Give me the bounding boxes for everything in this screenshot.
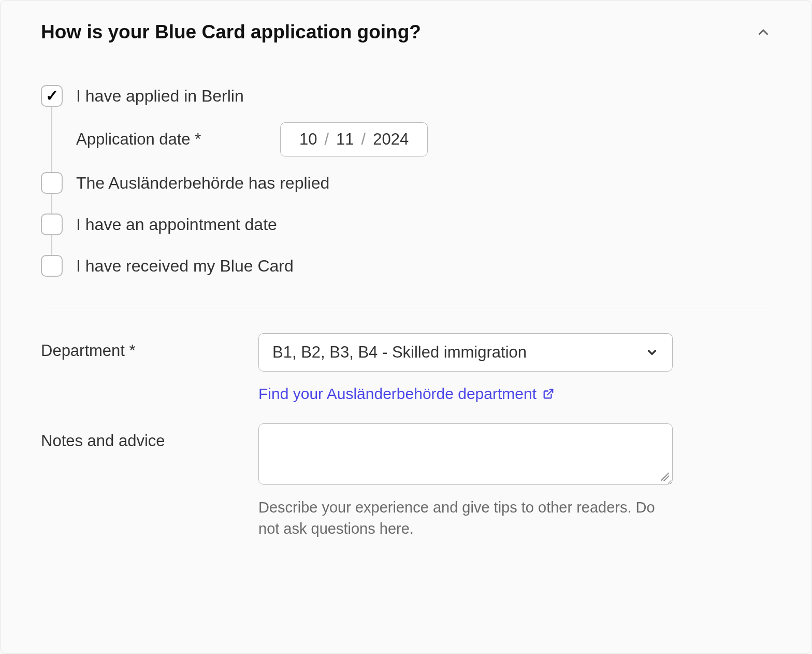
external-link-icon [543, 388, 554, 400]
department-row: Department * B1, B2, B3, B4 - Skilled im… [41, 333, 771, 403]
notes-help-text: Describe your experience and give tips t… [258, 497, 673, 539]
chevron-up-icon [756, 24, 771, 40]
checkbox-label: I have an appointment date [76, 215, 277, 234]
application-date-block: Application date * 10 / 11 / 2024 [41, 107, 771, 172]
section-divider [41, 307, 771, 307]
checkbox-appointment[interactable] [41, 214, 63, 235]
checkbox-received[interactable] [41, 255, 63, 277]
date-separator: / [361, 130, 366, 149]
connector-line [51, 194, 52, 214]
checklist-item-replied: The Ausländerbehörde has replied [41, 172, 771, 194]
form-header[interactable]: How is your Blue Card application going? [1, 1, 811, 64]
date-year: 2024 [373, 130, 409, 149]
checklist-item-received: I have received my Blue Card [41, 255, 771, 277]
notes-row: Notes and advice Describe your experienc… [41, 423, 771, 539]
link-text: Find your Ausländerbehörde department [258, 385, 536, 403]
find-department-link[interactable]: Find your Ausländerbehörde department [258, 385, 554, 403]
svg-line-0 [547, 390, 553, 395]
department-control: B1, B2, B3, B4 - Skilled immigration Fin… [258, 333, 673, 403]
connector-line [51, 107, 52, 172]
form-card: How is your Blue Card application going?… [0, 0, 812, 654]
connector-line [51, 235, 52, 255]
checklist-item-applied: I have applied in Berlin [41, 85, 771, 107]
department-selected-value: B1, B2, B3, B4 - Skilled immigration [272, 343, 527, 362]
checkbox-label: The Ausländerbehörde has replied [76, 174, 329, 193]
chevron-down-icon [645, 346, 659, 359]
checkbox-replied[interactable] [41, 172, 63, 194]
date-separator: / [324, 130, 329, 149]
application-date-input[interactable]: 10 / 11 / 2024 [280, 122, 428, 157]
checkbox-label: I have received my Blue Card [76, 257, 294, 276]
checklist-item-appointment: I have an appointment date [41, 214, 771, 235]
date-month: 11 [336, 130, 354, 149]
department-select[interactable]: B1, B2, B3, B4 - Skilled immigration [258, 333, 673, 372]
application-date-label: Application date * [76, 130, 268, 149]
application-date-row: Application date * 10 / 11 / 2024 [76, 107, 771, 172]
notes-label: Notes and advice [41, 423, 258, 450]
form-body: I have applied in Berlin Application dat… [1, 64, 811, 580]
department-label: Department * [41, 333, 258, 360]
checkbox-label: I have applied in Berlin [76, 87, 244, 106]
checkbox-applied[interactable] [41, 85, 63, 107]
notes-textarea[interactable] [258, 423, 673, 485]
date-day: 10 [299, 130, 317, 149]
notes-control: Describe your experience and give tips t… [258, 423, 673, 539]
form-title: How is your Blue Card application going? [41, 21, 421, 43]
